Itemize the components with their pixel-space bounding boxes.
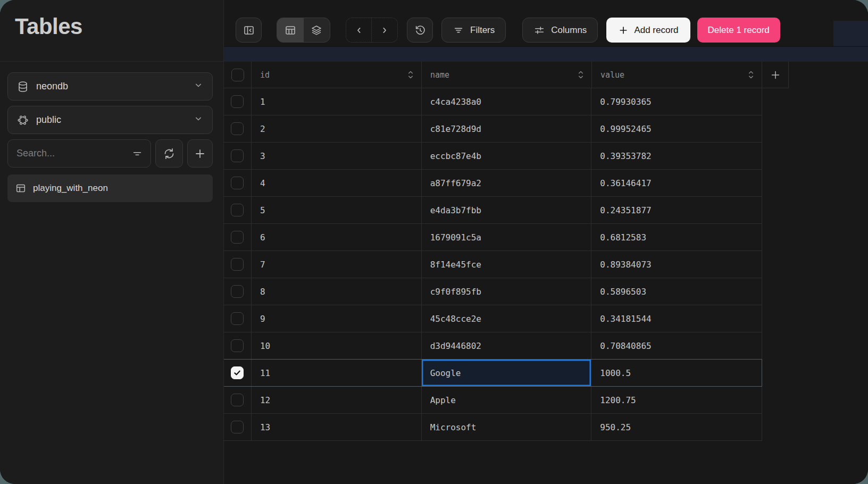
schema-select[interactable]: public bbox=[7, 106, 213, 134]
redo-forward-button[interactable] bbox=[372, 18, 398, 43]
undo-back-button[interactable] bbox=[346, 18, 372, 43]
row-select-cell bbox=[224, 197, 252, 223]
table-row: 8 c9f0f895fb 0.5896503 bbox=[224, 278, 762, 305]
row-checkbox[interactable] bbox=[231, 177, 244, 189]
view-mode-segmented bbox=[277, 18, 330, 43]
row-checkbox[interactable] bbox=[231, 204, 244, 216]
table-row: 11 Google 1000.5 bbox=[224, 360, 762, 387]
select-all-cell bbox=[224, 62, 252, 88]
row-select-cell bbox=[224, 332, 252, 359]
cell-name[interactable]: eccbc87e4b bbox=[422, 143, 592, 169]
cell-id[interactable]: 6 bbox=[252, 224, 422, 251]
table-view-option[interactable] bbox=[277, 18, 304, 42]
add-record-button[interactable]: Add record bbox=[606, 18, 690, 43]
row-checkbox[interactable] bbox=[231, 258, 244, 271]
cell-name[interactable]: e4da3b7fbb bbox=[422, 197, 592, 223]
row-checkbox[interactable] bbox=[231, 231, 244, 244]
sort-icon[interactable] bbox=[406, 70, 415, 80]
cell-value[interactable]: 0.6812583 bbox=[591, 224, 762, 251]
cell-value[interactable]: 1200.75 bbox=[591, 387, 762, 413]
sort-icon[interactable] bbox=[747, 70, 755, 80]
cell-id[interactable]: 3 bbox=[252, 143, 422, 169]
history-button[interactable] bbox=[407, 18, 433, 43]
column-header-id[interactable]: id bbox=[252, 62, 422, 88]
cell-value[interactable]: 0.79930365 bbox=[591, 88, 762, 115]
cell-value[interactable]: 950.25 bbox=[591, 414, 762, 440]
columns-button[interactable]: Columns bbox=[522, 18, 598, 43]
column-header-value[interactable]: value bbox=[592, 62, 762, 88]
sidebar: Tables neondb bbox=[0, 0, 224, 484]
plus-icon bbox=[618, 25, 629, 36]
main-area: Filters Columns Add record bbox=[224, 0, 868, 484]
row-checkbox[interactable] bbox=[231, 421, 244, 433]
cell-name[interactable]: 1679091c5a bbox=[422, 224, 592, 251]
row-checkbox[interactable] bbox=[231, 285, 244, 298]
cell-name[interactable]: 45c48cce2e bbox=[422, 305, 592, 332]
row-checkbox[interactable] bbox=[231, 122, 244, 135]
cell-name[interactable]: a87ff679a2 bbox=[422, 170, 592, 196]
cell-id[interactable]: 2 bbox=[252, 115, 422, 142]
refresh-button[interactable] bbox=[155, 139, 183, 168]
cell-id[interactable]: 4 bbox=[252, 170, 422, 196]
search-input[interactable]: Search... bbox=[7, 139, 151, 168]
select-all-checkbox[interactable] bbox=[231, 69, 244, 81]
layers-view-option[interactable] bbox=[304, 18, 330, 42]
navy-strip bbox=[224, 46, 868, 62]
delete-record-button[interactable]: Delete 1 record bbox=[697, 18, 780, 43]
cell-value[interactable]: 0.89384073 bbox=[591, 251, 762, 278]
cell-name[interactable]: Microsoft bbox=[422, 414, 592, 440]
cell-value[interactable]: 0.5896503 bbox=[591, 278, 762, 305]
cell-name[interactable]: c9f0f895fb bbox=[422, 278, 592, 305]
cell-name[interactable]: d3d9446802 bbox=[422, 332, 592, 359]
row-checkbox[interactable] bbox=[231, 149, 244, 162]
cell-name[interactable]: 8f14e45fce bbox=[422, 251, 592, 278]
cell-id[interactable]: 9 bbox=[252, 305, 422, 332]
plus-icon bbox=[194, 147, 206, 160]
cell-name[interactable]: Google bbox=[422, 360, 592, 386]
cell-value[interactable]: 1000.5 bbox=[591, 360, 762, 386]
cell-id[interactable]: 13 bbox=[252, 414, 422, 440]
cell-value[interactable]: 0.70840865 bbox=[591, 332, 762, 359]
row-select-cell bbox=[224, 170, 252, 196]
history-nav-group bbox=[346, 18, 398, 43]
row-checkbox[interactable] bbox=[231, 366, 244, 379]
filters-button[interactable]: Filters bbox=[441, 18, 506, 43]
row-select-cell bbox=[224, 305, 252, 332]
chevron-left-icon bbox=[354, 25, 364, 36]
cell-name[interactable]: c81e728d9d bbox=[422, 115, 592, 142]
collapse-sidebar-button[interactable] bbox=[236, 18, 262, 43]
row-checkbox[interactable] bbox=[231, 339, 244, 352]
cell-id[interactable]: 7 bbox=[252, 251, 422, 278]
table-body: 1 c4ca4238a0 0.79930365 2 c81e728d9d 0.9… bbox=[224, 88, 789, 441]
sort-icon[interactable] bbox=[577, 70, 585, 80]
cell-id[interactable]: 1 bbox=[252, 88, 422, 115]
cell-id[interactable]: 10 bbox=[252, 332, 422, 359]
database-select[interactable]: neondb bbox=[7, 72, 213, 101]
sidebar-item-playing-with-neon[interactable]: playing_with_neon bbox=[7, 174, 213, 202]
cell-id[interactable]: 12 bbox=[252, 387, 422, 413]
sidebar-body: neondb public bbox=[0, 62, 223, 202]
cell-id[interactable]: 5 bbox=[252, 197, 422, 223]
cell-id[interactable]: 8 bbox=[252, 278, 422, 305]
add-table-button[interactable] bbox=[187, 139, 213, 168]
cell-value[interactable]: 0.39353782 bbox=[591, 143, 762, 169]
cell-value[interactable]: 0.24351877 bbox=[591, 197, 762, 223]
table-icon bbox=[15, 182, 27, 194]
table-row: 2 c81e728d9d 0.99952465 bbox=[224, 115, 762, 143]
row-checkbox[interactable] bbox=[231, 312, 244, 325]
cell-value[interactable]: 0.34181544 bbox=[591, 305, 762, 332]
cell-name[interactable]: Apple bbox=[422, 387, 592, 413]
add-column-button[interactable] bbox=[762, 62, 789, 88]
toolbar: Filters Columns Add record bbox=[224, 18, 780, 43]
column-header-name[interactable]: name bbox=[422, 62, 592, 88]
row-checkbox[interactable] bbox=[231, 95, 244, 108]
table-row: 12 Apple 1200.75 bbox=[224, 387, 762, 414]
cell-id[interactable]: 11 bbox=[252, 360, 422, 386]
add-record-label: Add record bbox=[634, 25, 678, 36]
cell-value[interactable]: 0.99952465 bbox=[591, 115, 762, 142]
cell-value[interactable]: 0.36146417 bbox=[591, 170, 762, 196]
row-select-cell bbox=[224, 251, 252, 278]
cell-name[interactable]: c4ca4238a0 bbox=[422, 88, 592, 115]
row-checkbox[interactable] bbox=[231, 394, 244, 406]
table-row: 4 a87ff679a2 0.36146417 bbox=[224, 170, 762, 197]
